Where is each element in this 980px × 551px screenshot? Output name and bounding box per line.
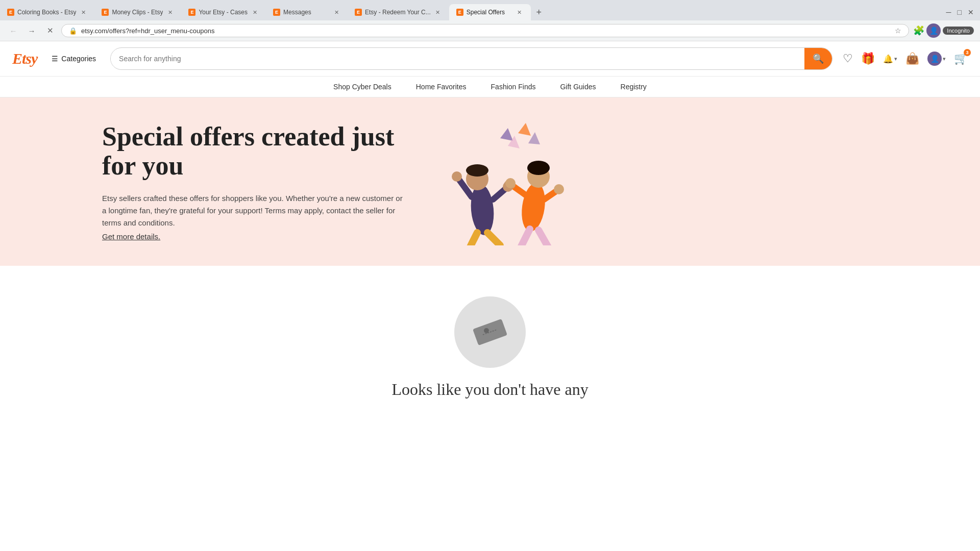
header-profile-avatar: 👤 [927, 52, 942, 66]
nav-gift-guides[interactable]: Gift Guides [548, 77, 608, 97]
celebration-illustration [429, 118, 592, 245]
svg-point-23 [505, 178, 516, 188]
svg-point-15 [527, 161, 550, 175]
profile-dropdown-button[interactable]: 👤 ▾ [927, 52, 946, 66]
coupon-icon: % [472, 314, 508, 350]
nav-home-favorites[interactable]: Home Favorites [404, 77, 479, 97]
tab-close-3[interactable]: ✕ [251, 8, 259, 16]
hero-details-link[interactable]: Get more details. [102, 232, 160, 241]
close-window-button[interactable]: ✕ [966, 7, 976, 17]
address-bar[interactable]: 🔒 etsy.com/offers?ref=hdr_user_menu-coup… [61, 24, 909, 37]
tab-label-3: Your Etsy - Cases [199, 9, 248, 16]
new-tab-button[interactable]: + [531, 4, 547, 20]
etsy-logo[interactable]: Etsy [12, 50, 37, 67]
menu-icon: ☰ [52, 55, 58, 63]
tab-label-6: Special Offers [467, 9, 512, 16]
tab-bar: E Coloring Books - Etsy ✕ E Money Clips … [0, 0, 980, 20]
forward-button[interactable]: → [24, 23, 39, 38]
tab-your-etsy[interactable]: E Your Etsy - Cases ✕ [181, 4, 266, 20]
svg-point-13 [519, 181, 548, 233]
tab-money-clips[interactable]: E Money Clips - Etsy ✕ [94, 4, 181, 20]
site-nav: Shop Cyber Deals Home Favorites Fashion … [0, 77, 980, 97]
categories-button[interactable]: ☰ Categories [47, 53, 100, 65]
svg-line-20 [520, 229, 530, 245]
svg-point-19 [554, 184, 564, 194]
tab-favicon-4: E [273, 9, 280, 16]
empty-state-section: % Looks like you don't have any [0, 266, 980, 419]
categories-label: Categories [61, 55, 96, 63]
hero-description: Etsy sellers crafted these offers for sh… [102, 192, 408, 229]
address-bar-icons: ☆ [895, 27, 901, 35]
svg-marker-0 [500, 128, 513, 141]
tab-label-5: Etsy - Redeem Your C... [365, 9, 431, 16]
bag-icon[interactable]: 👜 [905, 52, 919, 65]
tab-favicon-3: E [188, 9, 195, 16]
cart-count-badge: 3 [964, 49, 971, 56]
gift-icon[interactable]: 🎁 [861, 52, 875, 65]
tab-favicon-1: E [7, 9, 14, 16]
window-controls: ─ □ ✕ [944, 4, 980, 20]
hero-illustration [429, 118, 592, 245]
tab-redeem[interactable]: E Etsy - Redeem Your C... ✕ [348, 4, 449, 20]
address-text: etsy.com/offers?ref=hdr_user_menu-coupon… [81, 27, 891, 35]
nav-registry[interactable]: Registry [608, 77, 659, 97]
tab-label-2: Money Clips - Etsy [112, 9, 163, 16]
favorites-heart-icon[interactable]: ♡ [843, 52, 853, 65]
nav-fashion-finds[interactable]: Fashion Finds [479, 77, 548, 97]
tab-close-4[interactable]: ✕ [332, 8, 340, 16]
svg-point-6 [466, 164, 488, 177]
tab-favicon-2: E [102, 9, 109, 16]
maximize-button[interactable]: □ [955, 7, 964, 17]
tab-close-5[interactable]: ✕ [434, 8, 442, 16]
profile-icon: 👤 [929, 27, 938, 35]
header-icons: ♡ 🎁 🔔 ▾ 👜 👤 ▾ 🛒 3 [843, 52, 968, 66]
coupon-icon-wrapper: % [454, 296, 526, 368]
lock-icon: 🔒 [69, 27, 77, 35]
hero-title: Special offers created just for you [102, 122, 408, 180]
profile-dropdown-icon: ▾ [943, 56, 946, 62]
tab-label-1: Coloring Books - Etsy [17, 9, 76, 16]
search-bar: 🔍 [110, 47, 832, 70]
hero-banner: Special offers created just for you Etsy… [0, 97, 980, 266]
tab-coloring-books[interactable]: E Coloring Books - Etsy ✕ [0, 4, 94, 20]
search-button[interactable]: 🔍 [804, 48, 832, 69]
svg-point-4 [469, 183, 496, 236]
empty-state-title: Looks like you don't have any [391, 380, 588, 399]
site-header: Etsy ☰ Categories 🔍 ♡ 🎁 🔔 ▾ 👜 👤 ▾ 🛒 3 [0, 41, 980, 77]
tab-favicon-6: E [456, 9, 463, 16]
bell-dropdown-icon: ▾ [894, 56, 897, 62]
browser-chrome: E Coloring Books - Etsy ✕ E Money Clips … [0, 0, 980, 41]
incognito-badge: Incognito [943, 27, 974, 35]
minimize-button[interactable]: ─ [944, 7, 953, 17]
browser-actions: 🧩 👤 Incognito [913, 23, 974, 38]
tab-close-6[interactable]: ✕ [516, 8, 524, 16]
hero-text-block: Special offers created just for you Etsy… [102, 122, 408, 241]
tab-close-2[interactable]: ✕ [166, 8, 174, 16]
profile-avatar[interactable]: 👤 [926, 23, 941, 38]
search-input[interactable] [111, 49, 804, 68]
tab-messages[interactable]: E Messages ✕ [266, 4, 348, 20]
svg-point-8 [452, 171, 462, 182]
search-icon: 🔍 [813, 53, 824, 64]
tab-special-offers[interactable]: E Special Offers ✕ [449, 4, 531, 20]
reload-button[interactable]: ✕ [43, 23, 57, 38]
bell-icon: 🔔 [883, 54, 893, 64]
notifications-button[interactable]: 🔔 ▾ [883, 54, 897, 64]
tab-favicon-5: E [355, 9, 362, 16]
svg-marker-1 [518, 123, 531, 136]
cart-wrapper[interactable]: 🛒 3 [954, 52, 968, 65]
address-bar-row: ← → ✕ 🔒 etsy.com/offers?ref=hdr_user_men… [0, 20, 980, 41]
bookmark-star-icon[interactable]: ☆ [895, 27, 901, 35]
tab-label-4: Messages [283, 9, 329, 16]
svg-line-11 [467, 233, 477, 245]
tab-close-1[interactable]: ✕ [79, 8, 87, 16]
extensions-icon[interactable]: 🧩 [913, 25, 924, 36]
back-button[interactable]: ← [6, 23, 20, 38]
nav-shop-cyber-deals[interactable]: Shop Cyber Deals [321, 77, 404, 97]
svg-line-12 [487, 233, 500, 245]
svg-line-21 [538, 230, 549, 245]
profile-person-icon: 👤 [930, 55, 939, 63]
